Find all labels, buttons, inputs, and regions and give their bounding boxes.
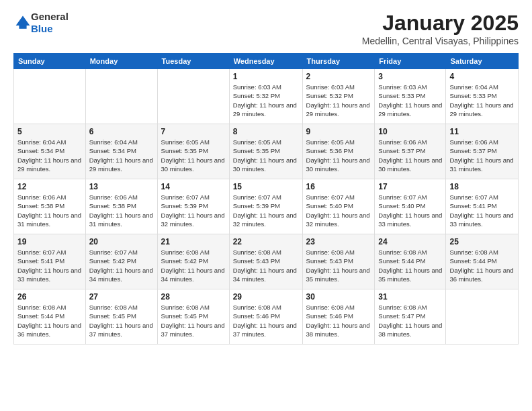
logo-icon [15,15,31,31]
day-detail: Sunrise: 6:07 AMSunset: 5:42 PMDaylight:… [89,248,154,283]
weekday-header-row: SundayMondayTuesdayWednesdayThursdayFrid… [14,54,519,69]
calendar-cell: 17Sunrise: 6:07 AMSunset: 5:40 PMDayligh… [375,179,446,234]
day-number: 21 [161,237,226,246]
calendar-cell: 8Sunrise: 6:05 AMSunset: 5:35 PMDaylight… [229,124,302,179]
day-detail: Sunrise: 6:08 AMSunset: 5:42 PMDaylight:… [161,248,226,283]
day-detail: Sunrise: 6:04 AMSunset: 5:34 PMDaylight:… [17,138,82,173]
day-number: 25 [449,237,515,246]
day-number: 23 [306,237,371,246]
calendar-cell: 4Sunrise: 6:04 AMSunset: 5:33 PMDaylight… [446,69,519,124]
day-number: 9 [306,127,371,136]
day-number: 13 [89,182,154,191]
day-number: 10 [378,127,442,136]
day-detail: Sunrise: 6:08 AMSunset: 5:43 PMDaylight:… [233,248,299,283]
calendar-cell: 24Sunrise: 6:08 AMSunset: 5:44 PMDayligh… [375,234,446,289]
day-number: 6 [89,127,154,136]
weekday-header-monday: Monday [85,54,157,69]
day-detail: Sunrise: 6:03 AMSunset: 5:32 PMDaylight:… [233,83,299,118]
calendar-week-4: 19Sunrise: 6:07 AMSunset: 5:41 PMDayligh… [14,234,519,289]
calendar-cell: 1Sunrise: 6:03 AMSunset: 5:32 PMDaylight… [229,69,302,124]
day-number: 30 [306,292,371,302]
calendar-cell: 5Sunrise: 6:04 AMSunset: 5:34 PMDaylight… [14,124,86,179]
location-subtitle: Medellin, Central Visayas, Philippines [362,36,519,46]
logo-general: General [31,11,69,22]
calendar-cell: 26Sunrise: 6:08 AMSunset: 5:44 PMDayligh… [14,289,86,345]
day-detail: Sunrise: 6:07 AMSunset: 5:41 PMDaylight:… [17,248,82,283]
calendar-cell: 2Sunrise: 6:03 AMSunset: 5:32 PMDaylight… [302,69,375,124]
day-number: 7 [161,127,226,136]
day-detail: Sunrise: 6:07 AMSunset: 5:39 PMDaylight:… [233,193,299,228]
day-number: 28 [161,292,226,302]
day-number: 18 [449,182,515,191]
day-detail: Sunrise: 6:07 AMSunset: 5:39 PMDaylight:… [161,193,226,228]
day-number: 17 [378,182,442,191]
day-number: 29 [233,292,299,302]
day-number: 16 [306,182,371,191]
calendar-cell: 13Sunrise: 6:06 AMSunset: 5:38 PMDayligh… [85,179,157,234]
day-detail: Sunrise: 6:04 AMSunset: 5:33 PMDaylight:… [449,83,515,118]
weekday-header-wednesday: Wednesday [229,54,302,69]
day-number: 31 [378,292,442,302]
day-number: 2 [306,72,371,81]
day-detail: Sunrise: 6:08 AMSunset: 5:47 PMDaylight:… [378,303,442,338]
day-detail: Sunrise: 6:05 AMSunset: 5:35 PMDaylight:… [233,138,299,173]
day-number: 14 [161,182,226,191]
logo-blue: Blue [31,23,53,34]
day-number: 26 [17,292,82,302]
weekday-header-saturday: Saturday [446,54,519,69]
calendar-cell: 27Sunrise: 6:08 AMSunset: 5:45 PMDayligh… [85,289,157,345]
day-number: 12 [17,182,82,191]
day-detail: Sunrise: 6:07 AMSunset: 5:40 PMDaylight:… [306,193,371,228]
day-detail: Sunrise: 6:08 AMSunset: 5:44 PMDaylight:… [17,303,82,338]
calendar-cell: 14Sunrise: 6:07 AMSunset: 5:39 PMDayligh… [157,179,229,234]
calendar-cell: 22Sunrise: 6:08 AMSunset: 5:43 PMDayligh… [229,234,302,289]
logo: General Blue [13,11,69,35]
day-detail: Sunrise: 6:08 AMSunset: 5:46 PMDaylight:… [233,303,299,338]
day-detail: Sunrise: 6:06 AMSunset: 5:37 PMDaylight:… [378,138,442,173]
calendar-cell: 28Sunrise: 6:08 AMSunset: 5:45 PMDayligh… [157,289,229,345]
day-number: 27 [89,292,154,302]
day-detail: Sunrise: 6:08 AMSunset: 5:45 PMDaylight:… [89,303,154,338]
day-detail: Sunrise: 6:04 AMSunset: 5:34 PMDaylight:… [89,138,154,173]
calendar-cell: 16Sunrise: 6:07 AMSunset: 5:40 PMDayligh… [302,179,375,234]
day-detail: Sunrise: 6:07 AMSunset: 5:40 PMDaylight:… [378,193,442,228]
day-detail: Sunrise: 6:07 AMSunset: 5:41 PMDaylight:… [449,193,515,228]
calendar-cell [157,69,229,124]
day-detail: Sunrise: 6:08 AMSunset: 5:46 PMDaylight:… [306,303,371,338]
day-number: 20 [89,237,154,246]
day-detail: Sunrise: 6:06 AMSunset: 5:38 PMDaylight:… [17,193,82,228]
day-number: 4 [449,72,515,81]
weekday-header-sunday: Sunday [14,54,86,69]
calendar-cell [14,69,86,124]
weekday-header-thursday: Thursday [302,54,375,69]
day-detail: Sunrise: 6:08 AMSunset: 5:43 PMDaylight:… [306,248,371,283]
calendar-cell [85,69,157,124]
calendar-cell: 21Sunrise: 6:08 AMSunset: 5:42 PMDayligh… [157,234,229,289]
calendar-cell: 18Sunrise: 6:07 AMSunset: 5:41 PMDayligh… [446,179,519,234]
calendar-cell: 19Sunrise: 6:07 AMSunset: 5:41 PMDayligh… [14,234,86,289]
day-number: 19 [17,237,82,246]
day-detail: Sunrise: 6:06 AMSunset: 5:37 PMDaylight:… [449,138,515,173]
day-detail: Sunrise: 6:08 AMSunset: 5:45 PMDaylight:… [161,303,226,338]
calendar-cell: 7Sunrise: 6:05 AMSunset: 5:35 PMDaylight… [157,124,229,179]
calendar-cell: 10Sunrise: 6:06 AMSunset: 5:37 PMDayligh… [375,124,446,179]
day-number: 22 [233,237,299,246]
calendar-week-1: 1Sunrise: 6:03 AMSunset: 5:32 PMDaylight… [14,69,519,124]
day-detail: Sunrise: 6:08 AMSunset: 5:44 PMDaylight:… [449,248,515,283]
page: General Blue January 2025 Medellin, Cent… [0,0,532,411]
header: General Blue January 2025 Medellin, Cent… [13,11,519,46]
calendar-cell: 12Sunrise: 6:06 AMSunset: 5:38 PMDayligh… [14,179,86,234]
calendar-week-2: 5Sunrise: 6:04 AMSunset: 5:34 PMDaylight… [14,124,519,179]
calendar-table: SundayMondayTuesdayWednesdayThursdayFrid… [13,53,519,345]
calendar-week-3: 12Sunrise: 6:06 AMSunset: 5:38 PMDayligh… [14,179,519,234]
day-number: 24 [378,237,442,246]
calendar-cell: 23Sunrise: 6:08 AMSunset: 5:43 PMDayligh… [302,234,375,289]
weekday-header-tuesday: Tuesday [157,54,229,69]
calendar-cell [446,289,519,345]
svg-marker-0 [16,16,30,26]
day-detail: Sunrise: 6:08 AMSunset: 5:44 PMDaylight:… [378,248,442,283]
title-section: January 2025 Medellin, Central Visayas, … [362,11,519,46]
calendar-cell: 15Sunrise: 6:07 AMSunset: 5:39 PMDayligh… [229,179,302,234]
day-number: 3 [378,72,442,81]
calendar-cell: 3Sunrise: 6:03 AMSunset: 5:33 PMDaylight… [375,69,446,124]
